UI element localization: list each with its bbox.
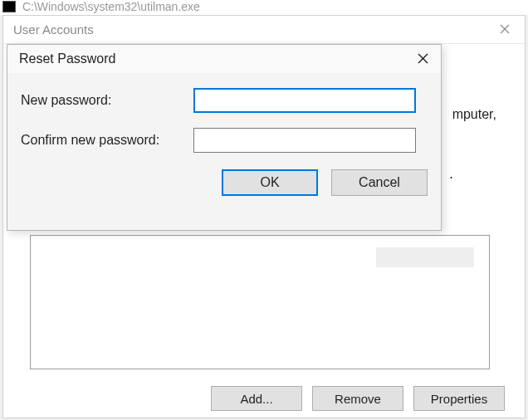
close-icon xyxy=(500,24,510,34)
body-text-fragment: mputer, xyxy=(452,105,496,125)
user-accounts-title: User Accounts xyxy=(13,22,94,37)
users-listbox[interactable] xyxy=(30,235,490,369)
confirm-password-row: Confirm new password: xyxy=(21,128,428,153)
add-button-label: Add... xyxy=(240,392,272,406)
confirm-password-input[interactable] xyxy=(193,128,416,153)
add-button[interactable]: Add... xyxy=(211,386,302,411)
reset-password-close-button[interactable] xyxy=(408,47,438,69)
confirm-password-label: Confirm new password: xyxy=(21,133,193,148)
cancel-button-label: Cancel xyxy=(359,175,400,189)
cmd-icon xyxy=(2,1,16,12)
properties-button-label: Properties xyxy=(431,392,487,406)
remove-button[interactable]: Remove xyxy=(312,386,403,411)
cmd-title-fragment: C:\Windows\system32\utilman.exe xyxy=(0,0,528,15)
user-accounts-close-button[interactable] xyxy=(488,17,521,41)
properties-button[interactable]: Properties xyxy=(413,386,505,411)
reset-password-titlebar: Reset Password xyxy=(7,45,441,73)
reset-password-button-row: OK Cancel xyxy=(21,169,428,196)
user-accounts-button-row: Add... Remove Properties xyxy=(3,386,505,411)
close-icon xyxy=(418,53,428,64)
reset-password-dialog: Reset Password New password: Confirm new… xyxy=(7,44,442,231)
reset-password-title: Reset Password xyxy=(19,51,116,66)
listbox-selection xyxy=(376,247,474,267)
new-password-input[interactable] xyxy=(193,88,416,113)
body-text-dot: . xyxy=(449,165,453,183)
remove-button-label: Remove xyxy=(335,392,381,406)
reset-password-body: New password: Confirm new password: OK C… xyxy=(7,73,441,208)
cancel-button[interactable]: Cancel xyxy=(331,169,428,196)
cmd-title-text: C:\Windows\system32\utilman.exe xyxy=(22,0,200,13)
new-password-row: New password: xyxy=(21,88,428,113)
user-accounts-titlebar: User Accounts xyxy=(3,16,525,44)
ok-button[interactable]: OK xyxy=(222,169,318,196)
ok-button-label: OK xyxy=(260,175,279,189)
new-password-label: New password: xyxy=(21,93,193,108)
